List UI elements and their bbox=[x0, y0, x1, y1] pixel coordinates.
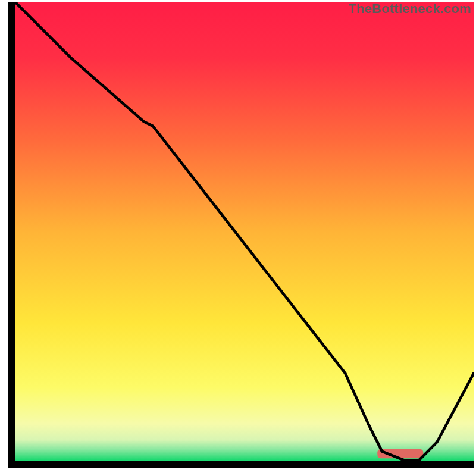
plot-svg bbox=[15, 2, 474, 461]
watermark-text: TheBottleneck.com bbox=[349, 1, 471, 17]
chart-stage: TheBottleneck.com bbox=[0, 0, 476, 476]
plot-area bbox=[15, 2, 474, 461]
